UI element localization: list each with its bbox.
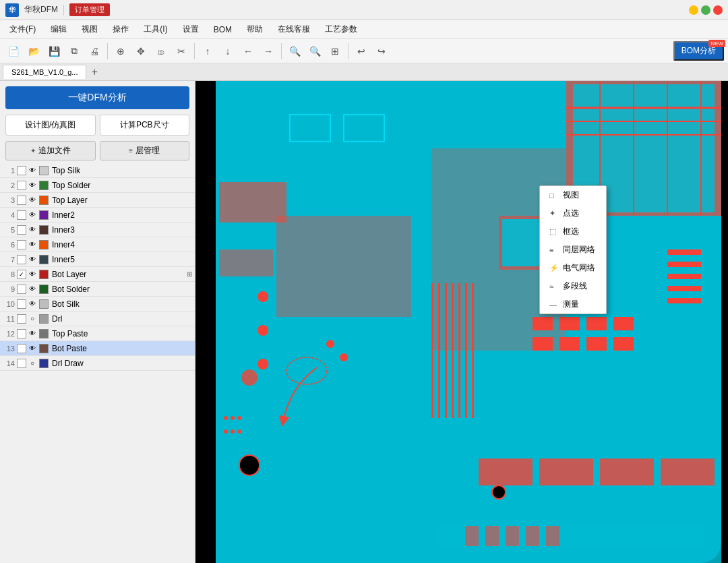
close-button[interactable] xyxy=(713,5,723,15)
menu-bom[interactable]: BOM xyxy=(207,22,239,37)
layer-row[interactable]: 12👁Top Paste xyxy=(0,326,195,341)
pcb-size-btn[interactable]: 计算PCB尺寸 xyxy=(100,115,190,136)
menu-operate[interactable]: 操作 xyxy=(106,21,135,38)
context-menu-item[interactable]: ✦点选 xyxy=(540,204,606,223)
layer-checkbox[interactable] xyxy=(17,285,26,294)
layer-visibility-toggle[interactable]: 👁 xyxy=(28,344,37,353)
layer-visibility-toggle[interactable]: 👁 xyxy=(28,196,37,205)
zoom-out-btn[interactable]: 🔍 xyxy=(305,42,324,61)
layer-visibility-toggle[interactable]: 👁 xyxy=(28,255,37,264)
layer-visibility-toggle[interactable]: ○ xyxy=(28,314,37,324)
layer-color-swatch xyxy=(39,240,49,249)
menu-file[interactable]: 文件(F) xyxy=(3,21,42,38)
print-btn[interactable]: 🖨 xyxy=(85,42,104,61)
layer-row[interactable]: 9👁Bot Solder xyxy=(0,282,195,297)
layer-row[interactable]: 3👁Top Layer xyxy=(0,193,195,208)
layer-row[interactable]: 11○Drl xyxy=(0,312,195,326)
add-file-btn[interactable]: ✦ 追加文件 xyxy=(5,141,96,160)
new-file-btn[interactable]: 📄 xyxy=(4,42,23,61)
menu-view[interactable]: 视图 xyxy=(75,21,104,38)
layer-color-swatch xyxy=(39,314,49,324)
redo-btn[interactable]: ↪ xyxy=(372,42,391,61)
layer-visibility-toggle[interactable]: 👁 xyxy=(28,270,37,279)
context-menu-item[interactable]: ⬚框选 xyxy=(540,223,606,241)
copy-btn[interactable]: ⧉ xyxy=(65,42,84,61)
svg-rect-25 xyxy=(458,283,460,418)
layer-mgmt-btn[interactable]: ≡ 层管理 xyxy=(100,141,190,160)
layer-visibility-toggle[interactable]: ○ xyxy=(28,359,37,368)
layer-checkbox[interactable] xyxy=(17,181,26,190)
bom-analysis-btn[interactable]: BOM分析 NEW xyxy=(673,41,724,61)
layer-row[interactable]: 1👁Top Silk xyxy=(0,163,195,178)
layer-expand-icon[interactable]: ⊞ xyxy=(187,270,192,278)
context-menu-item[interactable]: ≡同层网络 xyxy=(540,241,606,259)
down-btn[interactable]: ↓ xyxy=(218,42,237,61)
right-btn[interactable]: → xyxy=(259,42,278,61)
add-tab-btn[interactable]: + xyxy=(88,65,101,79)
layer-number: 11 xyxy=(3,315,15,323)
design-view-btn[interactable]: 设计图/仿真图 xyxy=(5,115,96,136)
context-menu-item[interactable]: □视图 xyxy=(540,186,606,204)
menu-process-params[interactable]: 工艺参数 xyxy=(318,21,364,38)
layer-visibility-toggle[interactable]: 👁 xyxy=(28,210,37,220)
layer-checkbox[interactable] xyxy=(17,314,26,324)
menu-help[interactable]: 帮助 xyxy=(240,21,270,38)
cursor-btn[interactable]: ⊕ xyxy=(111,42,130,61)
minimize-button[interactable] xyxy=(689,5,698,15)
layer-visibility-toggle[interactable]: 👁 xyxy=(28,299,37,309)
layer-row[interactable]: 4👁Inner2 xyxy=(0,208,195,223)
layer-visibility-toggle[interactable]: 👁 xyxy=(28,240,37,249)
save-btn[interactable]: 💾 xyxy=(44,42,63,61)
delete-btn[interactable]: ✂ xyxy=(172,42,191,61)
layer-row[interactable]: 5👁Inner3 xyxy=(0,223,195,237)
layer-checkbox[interactable] xyxy=(17,359,26,368)
layer-row[interactable]: 2👁Top Solder xyxy=(0,178,195,193)
maximize-button[interactable] xyxy=(701,5,710,15)
layer-visibility-toggle[interactable]: 👁 xyxy=(28,181,37,190)
layer-checkbox[interactable]: ✓ xyxy=(17,270,26,279)
dfm-analysis-btn[interactable]: 一键DFM分析 xyxy=(5,86,189,109)
menu-online-service[interactable]: 在线客服 xyxy=(271,21,317,38)
left-btn[interactable]: ← xyxy=(239,42,257,61)
layer-checkbox[interactable] xyxy=(17,225,26,235)
svg-point-17 xyxy=(257,359,268,369)
app-name2[interactable]: 订单管理 xyxy=(69,3,110,16)
layer-visibility-toggle[interactable]: 👁 xyxy=(28,285,37,294)
undo-btn[interactable]: ↩ xyxy=(352,42,371,61)
layer-checkbox[interactable] xyxy=(17,344,26,353)
fit-btn[interactable]: ⊞ xyxy=(326,42,344,61)
tab-pcb-file[interactable]: S261_MB_V1.0_g... xyxy=(3,65,86,79)
layer-checkbox[interactable] xyxy=(17,210,26,220)
menu-settings[interactable]: 设置 xyxy=(176,21,206,38)
open-btn[interactable]: 📂 xyxy=(24,42,43,61)
menu-edit[interactable]: 编辑 xyxy=(44,21,73,38)
layer-checkbox[interactable] xyxy=(17,255,26,264)
layer-checkbox[interactable] xyxy=(17,196,26,205)
layer-row[interactable]: 14○Drl Draw xyxy=(0,356,195,371)
layer-row[interactable]: 10👁Bot Silk xyxy=(0,297,195,312)
new-badge: NEW xyxy=(708,40,725,47)
zoom-in-btn[interactable]: 🔍 xyxy=(285,42,304,61)
route-btn[interactable]: ⎄ xyxy=(152,42,171,61)
context-menu-item[interactable]: —测量 xyxy=(540,295,606,314)
layer-visibility-toggle[interactable]: 👁 xyxy=(28,166,37,175)
context-menu-item[interactable]: ⚡电气网络 xyxy=(540,259,606,277)
layer-checkbox[interactable] xyxy=(17,166,26,175)
layer-row[interactable]: 6👁Inner4 xyxy=(0,237,195,252)
layer-checkbox[interactable] xyxy=(17,329,26,338)
layer-row[interactable]: 7👁Inner5 xyxy=(0,252,195,267)
context-menu-item[interactable]: ≈多段线 xyxy=(540,277,606,295)
toolbar: 📄 📂 💾 ⧉ 🖨 ⊕ ✥ ⎄ ✂ ↑ ↓ ← → 🔍 🔍 ⊞ ↩ ↪ BOM分… xyxy=(0,39,728,63)
layer-row[interactable]: 13👁Bot Paste xyxy=(0,341,195,356)
menu-tools[interactable]: 工具(I) xyxy=(137,21,174,38)
layer-visibility-toggle[interactable]: 👁 xyxy=(28,329,37,338)
layer-row[interactable]: 8✓👁Bot Layer⊞ xyxy=(0,267,195,282)
move-btn[interactable]: ✥ xyxy=(131,42,150,61)
layer-visibility-toggle[interactable]: 👁 xyxy=(28,225,37,235)
pcb-canvas[interactable]: □视图✦点选⬚框选≡同层网络⚡电气网络≈多段线—测量 xyxy=(195,81,728,563)
layer-number: 9 xyxy=(3,285,15,293)
layer-checkbox[interactable] xyxy=(17,240,26,249)
up-btn[interactable]: ↑ xyxy=(198,42,217,61)
layer-number: 3 xyxy=(3,196,15,204)
layer-checkbox[interactable] xyxy=(17,299,26,309)
